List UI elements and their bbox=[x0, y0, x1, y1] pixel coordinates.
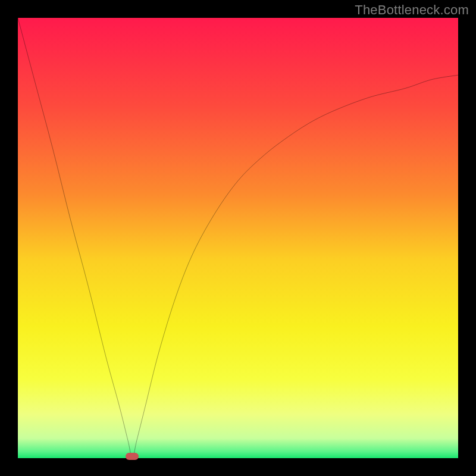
bottleneck-plot bbox=[18, 18, 458, 458]
watermark-text: TheBottleneck.com bbox=[355, 2, 469, 18]
chart-frame: TheBottleneck.com bbox=[0, 0, 476, 476]
plot-background bbox=[18, 18, 458, 458]
optimal-point-marker bbox=[126, 453, 139, 460]
